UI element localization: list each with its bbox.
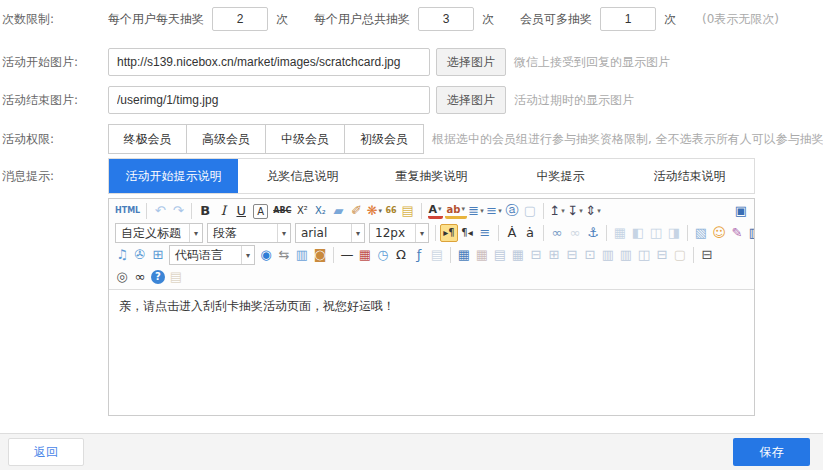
member-level-button[interactable]: 终极会员 bbox=[108, 124, 187, 154]
code-language-select[interactable]: 代码语言▾ bbox=[169, 245, 255, 265]
end-image-url-input[interactable] bbox=[108, 86, 430, 114]
unlink-icon[interactable]: ∞ bbox=[566, 224, 584, 242]
font-family-select[interactable]: arial▾ bbox=[295, 223, 365, 243]
direction-rtl-icon[interactable]: ¶◂ bbox=[458, 224, 476, 242]
table-title-icon[interactable]: ▤ bbox=[491, 246, 509, 264]
insert-col-icon[interactable]: ⊞ bbox=[545, 246, 563, 264]
font-size-select[interactable]: 12px▾ bbox=[369, 223, 429, 243]
preview-icon[interactable]: ◎ bbox=[113, 268, 131, 286]
back-color-icon[interactable]: ab▾ bbox=[445, 203, 467, 219]
subscript-icon[interactable]: X₂ bbox=[311, 202, 329, 220]
save-button[interactable]: 保存 bbox=[733, 438, 810, 466]
paste-table-icon[interactable]: ▤ bbox=[399, 202, 417, 220]
link-icon[interactable]: ∞ bbox=[548, 224, 566, 242]
paragraph-format-icon[interactable]: ≡ bbox=[476, 224, 494, 242]
horizontal-rule-icon[interactable]: — bbox=[338, 246, 356, 264]
start-image-url-input[interactable] bbox=[108, 48, 430, 76]
italic-icon[interactable]: I bbox=[214, 202, 232, 220]
merge-down-icon[interactable]: ⊟ bbox=[653, 246, 671, 264]
start-image-pick-button[interactable]: 选择图片 bbox=[436, 48, 506, 76]
html-source-icon[interactable]: HTML bbox=[113, 202, 142, 220]
member-extra-draw-input[interactable] bbox=[600, 7, 656, 31]
image-align-center-icon[interactable]: ◫ bbox=[647, 224, 665, 242]
music-icon[interactable]: ♫ bbox=[113, 246, 131, 264]
redo-icon[interactable]: ↷ bbox=[169, 202, 187, 220]
message-tab-4[interactable]: 活动结束说明 bbox=[625, 159, 754, 193]
insert-frame-icon[interactable]: ⊞ bbox=[149, 246, 167, 264]
image-align-left-icon[interactable]: ◧ bbox=[629, 224, 647, 242]
back-button[interactable]: 返回 bbox=[8, 438, 84, 466]
anchor-icon[interactable]: ⚓ bbox=[584, 224, 602, 242]
scrawl-icon[interactable]: ✎ bbox=[728, 224, 746, 242]
blockquote-icon[interactable]: 66 bbox=[383, 202, 398, 220]
ordered-list-icon[interactable]: ≣▾ bbox=[467, 202, 485, 220]
special-chars-icon[interactable]: Ω bbox=[392, 246, 410, 264]
font-border-icon[interactable]: A bbox=[253, 204, 268, 219]
member-level-button[interactable]: 中级会员 bbox=[266, 124, 345, 154]
split-to-cols-icon[interactable]: ▥ bbox=[617, 246, 635, 264]
file-upload-icon[interactable]: ▤ bbox=[428, 246, 446, 264]
template-icon[interactable]: ▥ bbox=[293, 246, 311, 264]
message-tab-0[interactable]: 活动开始提示说明 bbox=[109, 159, 238, 193]
auto-typeset-icon[interactable]: ❋▾ bbox=[365, 202, 383, 220]
row-spacing-bottom-icon[interactable]: ↧▾ bbox=[566, 202, 584, 220]
total-draw-limit-input[interactable] bbox=[418, 7, 474, 31]
member-level-button[interactable]: 初级会员 bbox=[345, 124, 424, 154]
member-level-button[interactable]: 高级会员 bbox=[187, 124, 266, 154]
insert-row-icon[interactable]: ⊟ bbox=[527, 246, 545, 264]
delete-col-icon[interactable]: ⊡ bbox=[581, 246, 599, 264]
member-extra-draw-label: 会员可多抽奖 bbox=[520, 11, 592, 28]
editor-content[interactable]: 亲，请点击进入刮刮卡抽奖活动页面，祝您好运哦！ bbox=[109, 290, 754, 415]
insert-date-icon[interactable]: ▦ bbox=[356, 246, 374, 264]
map-icon[interactable]: ◉ bbox=[257, 246, 275, 264]
image-align-none-icon[interactable]: ▦ bbox=[611, 224, 629, 242]
insert-image-icon[interactable]: ▧ bbox=[692, 224, 710, 242]
delete-row-icon[interactable]: ⊟ bbox=[563, 246, 581, 264]
insert-time-icon[interactable]: ◷ bbox=[374, 246, 392, 264]
custom-title-select[interactable]: 自定义标题▾ bbox=[115, 223, 203, 243]
message-tab-1[interactable]: 兑奖信息说明 bbox=[238, 159, 367, 193]
delete-table-icon[interactable]: ▦ bbox=[473, 246, 491, 264]
end-image-controls: 选择图片 活动过期时的显示图片 bbox=[108, 86, 634, 114]
paste-icon[interactable]: ▤ bbox=[167, 268, 185, 286]
undo-icon[interactable]: ↶ bbox=[151, 202, 169, 220]
emotion-icon[interactable]: ☺ bbox=[710, 224, 728, 242]
unordered-list-icon[interactable]: ≡▾ bbox=[485, 202, 503, 220]
anchor-mark-icon[interactable]: ⓐ bbox=[503, 202, 521, 220]
help-icon[interactable]: ? bbox=[151, 270, 165, 284]
line-height-icon[interactable]: ⇕▾ bbox=[584, 202, 602, 220]
row-spacing-top-icon[interactable]: ↥▾ bbox=[548, 202, 566, 220]
merge-right-icon[interactable]: ◫ bbox=[635, 246, 653, 264]
strikethrough-icon[interactable]: ABC bbox=[271, 202, 293, 220]
search-replace-icon[interactable]: ∞ bbox=[131, 268, 149, 286]
direction-ltr-icon[interactable]: ▸¶ bbox=[440, 224, 458, 242]
message-tab-2[interactable]: 重复抽奖说明 bbox=[367, 159, 496, 193]
end-image-pick-button[interactable]: 选择图片 bbox=[436, 86, 506, 114]
split-to-rows-icon[interactable]: ▥ bbox=[599, 246, 617, 264]
blank-doc-icon[interactable]: ▢ bbox=[521, 202, 539, 220]
print-icon[interactable]: ⊟ bbox=[698, 246, 716, 264]
daily-draw-limit-input[interactable] bbox=[212, 7, 268, 31]
attachment-icon[interactable]: ✇ bbox=[131, 246, 149, 264]
superscript-icon[interactable]: X² bbox=[293, 202, 311, 220]
paragraph-select[interactable]: 段落▾ bbox=[207, 223, 291, 243]
end-image-label: 活动结束图片: bbox=[0, 92, 108, 109]
underline-icon[interactable]: U bbox=[232, 202, 250, 220]
insert-video-icon[interactable]: ▥ bbox=[746, 224, 754, 242]
font-color-icon[interactable]: A▾ bbox=[428, 203, 443, 219]
insert-formula-icon[interactable]: ƒ bbox=[410, 246, 428, 264]
to-uppercase-icon[interactable]: Ȧ bbox=[503, 224, 521, 242]
start-image-row: 活动开始图片: 选择图片 微信上接受到回复的显示图片 bbox=[0, 48, 823, 76]
to-lowercase-icon[interactable]: ȧ bbox=[521, 224, 539, 242]
new-doc-icon[interactable]: ▢ bbox=[671, 246, 689, 264]
message-tab-3[interactable]: 中奖提示 bbox=[496, 159, 625, 193]
merge-cells-icon[interactable]: ▦ bbox=[509, 246, 527, 264]
insert-table-icon[interactable]: ▦ bbox=[455, 246, 473, 264]
bold-icon[interactable]: B bbox=[196, 202, 214, 220]
snapshot-icon[interactable]: ◙ bbox=[311, 246, 329, 264]
fullscreen-icon[interactable]: ▣ bbox=[732, 202, 750, 220]
page-break-icon[interactable]: ⇆ bbox=[275, 246, 293, 264]
image-align-right-icon[interactable]: ◨ bbox=[665, 224, 683, 242]
remove-format-icon[interactable]: ▰ bbox=[329, 202, 347, 220]
format-painter-icon[interactable]: ✐ bbox=[347, 202, 365, 220]
